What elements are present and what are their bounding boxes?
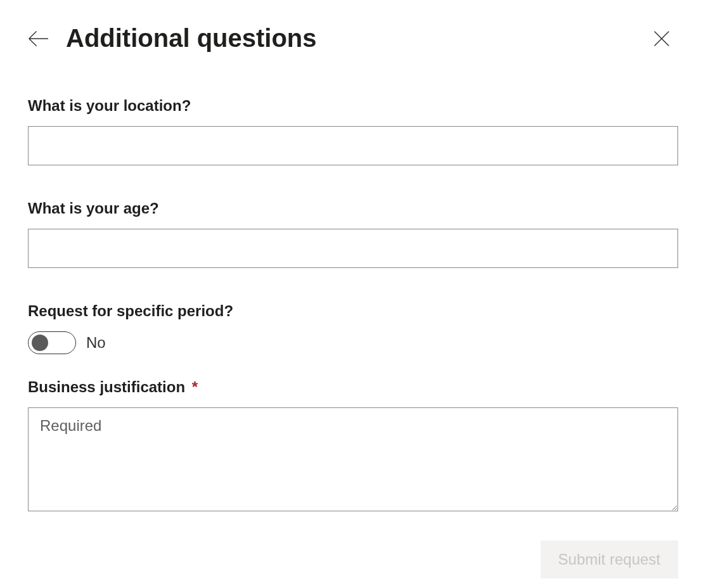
submit-button[interactable]: Submit request bbox=[541, 540, 678, 578]
location-input[interactable] bbox=[28, 126, 678, 165]
age-input[interactable] bbox=[28, 229, 678, 268]
dialog-header: Additional questions bbox=[28, 24, 678, 53]
period-group: Request for specific period? No bbox=[28, 302, 678, 354]
age-label: What is your age? bbox=[28, 200, 678, 217]
location-group: What is your location? bbox=[28, 97, 678, 165]
period-label: Request for specific period? bbox=[28, 302, 678, 320]
period-toggle-value: No bbox=[86, 334, 106, 352]
required-asterisk: * bbox=[192, 378, 198, 395]
close-icon[interactable] bbox=[653, 30, 671, 48]
dialog-footer: Submit request bbox=[28, 540, 678, 578]
period-toggle-row: No bbox=[28, 331, 678, 354]
form-content: What is your location? What is your age?… bbox=[28, 97, 678, 514]
justification-textarea[interactable] bbox=[28, 407, 678, 511]
age-group: What is your age? bbox=[28, 200, 678, 268]
page-title: Additional questions bbox=[66, 24, 317, 53]
toggle-knob bbox=[32, 335, 48, 351]
period-toggle[interactable] bbox=[28, 331, 76, 354]
justification-label: Business justification * bbox=[28, 378, 678, 396]
location-label: What is your location? bbox=[28, 97, 678, 115]
header-left: Additional questions bbox=[28, 24, 317, 53]
back-icon[interactable] bbox=[28, 29, 48, 49]
justification-group: Business justification * bbox=[28, 378, 678, 514]
justification-label-text: Business justification bbox=[28, 378, 185, 395]
